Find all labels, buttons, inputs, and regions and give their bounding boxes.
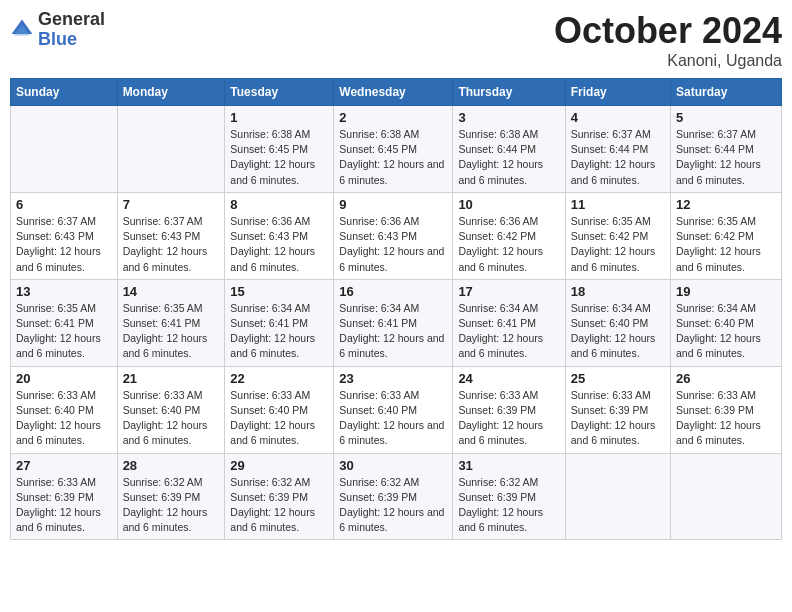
header-thursday: Thursday <box>453 79 565 106</box>
page-title: October 2024 <box>554 10 782 52</box>
day-detail: Sunrise: 6:36 AM Sunset: 6:43 PM Dayligh… <box>339 214 447 275</box>
calendar-cell: 14Sunrise: 6:35 AM Sunset: 6:41 PM Dayli… <box>117 279 225 366</box>
calendar-week-2: 6Sunrise: 6:37 AM Sunset: 6:43 PM Daylig… <box>11 192 782 279</box>
calendar-cell: 31Sunrise: 6:32 AM Sunset: 6:39 PM Dayli… <box>453 453 565 540</box>
calendar-cell: 17Sunrise: 6:34 AM Sunset: 6:41 PM Dayli… <box>453 279 565 366</box>
day-number: 3 <box>458 110 559 125</box>
day-number: 16 <box>339 284 447 299</box>
day-detail: Sunrise: 6:34 AM Sunset: 6:41 PM Dayligh… <box>458 301 559 362</box>
day-detail: Sunrise: 6:32 AM Sunset: 6:39 PM Dayligh… <box>123 475 220 536</box>
day-number: 20 <box>16 371 112 386</box>
day-number: 10 <box>458 197 559 212</box>
day-number: 13 <box>16 284 112 299</box>
day-number: 31 <box>458 458 559 473</box>
day-detail: Sunrise: 6:33 AM Sunset: 6:40 PM Dayligh… <box>230 388 328 449</box>
day-detail: Sunrise: 6:34 AM Sunset: 6:41 PM Dayligh… <box>339 301 447 362</box>
header-monday: Monday <box>117 79 225 106</box>
day-detail: Sunrise: 6:33 AM Sunset: 6:40 PM Dayligh… <box>339 388 447 449</box>
day-number: 19 <box>676 284 776 299</box>
calendar-cell: 7Sunrise: 6:37 AM Sunset: 6:43 PM Daylig… <box>117 192 225 279</box>
day-detail: Sunrise: 6:34 AM Sunset: 6:40 PM Dayligh… <box>676 301 776 362</box>
day-number: 25 <box>571 371 665 386</box>
day-number: 29 <box>230 458 328 473</box>
day-number: 24 <box>458 371 559 386</box>
day-detail: Sunrise: 6:33 AM Sunset: 6:39 PM Dayligh… <box>676 388 776 449</box>
calendar-cell: 29Sunrise: 6:32 AM Sunset: 6:39 PM Dayli… <box>225 453 334 540</box>
day-detail: Sunrise: 6:32 AM Sunset: 6:39 PM Dayligh… <box>339 475 447 536</box>
day-detail: Sunrise: 6:38 AM Sunset: 6:44 PM Dayligh… <box>458 127 559 188</box>
calendar-cell: 25Sunrise: 6:33 AM Sunset: 6:39 PM Dayli… <box>565 366 670 453</box>
calendar-cell: 10Sunrise: 6:36 AM Sunset: 6:42 PM Dayli… <box>453 192 565 279</box>
day-detail: Sunrise: 6:32 AM Sunset: 6:39 PM Dayligh… <box>458 475 559 536</box>
calendar-cell <box>117 106 225 193</box>
calendar-cell: 21Sunrise: 6:33 AM Sunset: 6:40 PM Dayli… <box>117 366 225 453</box>
calendar-cell <box>671 453 782 540</box>
header-tuesday: Tuesday <box>225 79 334 106</box>
calendar-week-1: 1Sunrise: 6:38 AM Sunset: 6:45 PM Daylig… <box>11 106 782 193</box>
calendar-cell: 26Sunrise: 6:33 AM Sunset: 6:39 PM Dayli… <box>671 366 782 453</box>
day-detail: Sunrise: 6:35 AM Sunset: 6:41 PM Dayligh… <box>16 301 112 362</box>
day-detail: Sunrise: 6:33 AM Sunset: 6:39 PM Dayligh… <box>16 475 112 536</box>
day-detail: Sunrise: 6:33 AM Sunset: 6:39 PM Dayligh… <box>458 388 559 449</box>
calendar-cell: 22Sunrise: 6:33 AM Sunset: 6:40 PM Dayli… <box>225 366 334 453</box>
day-detail: Sunrise: 6:32 AM Sunset: 6:39 PM Dayligh… <box>230 475 328 536</box>
day-number: 21 <box>123 371 220 386</box>
day-number: 14 <box>123 284 220 299</box>
day-detail: Sunrise: 6:35 AM Sunset: 6:42 PM Dayligh… <box>676 214 776 275</box>
day-detail: Sunrise: 6:34 AM Sunset: 6:41 PM Dayligh… <box>230 301 328 362</box>
calendar-cell: 3Sunrise: 6:38 AM Sunset: 6:44 PM Daylig… <box>453 106 565 193</box>
day-detail: Sunrise: 6:35 AM Sunset: 6:42 PM Dayligh… <box>571 214 665 275</box>
calendar-cell: 24Sunrise: 6:33 AM Sunset: 6:39 PM Dayli… <box>453 366 565 453</box>
logo-general: General <box>38 10 105 30</box>
calendar-cell: 11Sunrise: 6:35 AM Sunset: 6:42 PM Dayli… <box>565 192 670 279</box>
calendar-week-5: 27Sunrise: 6:33 AM Sunset: 6:39 PM Dayli… <box>11 453 782 540</box>
calendar-cell <box>565 453 670 540</box>
calendar-cell: 19Sunrise: 6:34 AM Sunset: 6:40 PM Dayli… <box>671 279 782 366</box>
calendar-cell: 30Sunrise: 6:32 AM Sunset: 6:39 PM Dayli… <box>334 453 453 540</box>
calendar-cell <box>11 106 118 193</box>
day-number: 17 <box>458 284 559 299</box>
day-number: 1 <box>230 110 328 125</box>
day-number: 2 <box>339 110 447 125</box>
calendar-week-4: 20Sunrise: 6:33 AM Sunset: 6:40 PM Dayli… <box>11 366 782 453</box>
calendar-cell: 23Sunrise: 6:33 AM Sunset: 6:40 PM Dayli… <box>334 366 453 453</box>
calendar-cell: 2Sunrise: 6:38 AM Sunset: 6:45 PM Daylig… <box>334 106 453 193</box>
calendar-cell: 6Sunrise: 6:37 AM Sunset: 6:43 PM Daylig… <box>11 192 118 279</box>
day-number: 22 <box>230 371 328 386</box>
page-subtitle: Kanoni, Uganda <box>554 52 782 70</box>
day-detail: Sunrise: 6:35 AM Sunset: 6:41 PM Dayligh… <box>123 301 220 362</box>
logo: General Blue <box>10 10 105 50</box>
calendar-header-row: SundayMondayTuesdayWednesdayThursdayFrid… <box>11 79 782 106</box>
calendar-cell: 13Sunrise: 6:35 AM Sunset: 6:41 PM Dayli… <box>11 279 118 366</box>
calendar-cell: 15Sunrise: 6:34 AM Sunset: 6:41 PM Dayli… <box>225 279 334 366</box>
day-detail: Sunrise: 6:37 AM Sunset: 6:44 PM Dayligh… <box>571 127 665 188</box>
day-number: 9 <box>339 197 447 212</box>
day-detail: Sunrise: 6:33 AM Sunset: 6:40 PM Dayligh… <box>123 388 220 449</box>
calendar-cell: 20Sunrise: 6:33 AM Sunset: 6:40 PM Dayli… <box>11 366 118 453</box>
calendar-cell: 8Sunrise: 6:36 AM Sunset: 6:43 PM Daylig… <box>225 192 334 279</box>
header-wednesday: Wednesday <box>334 79 453 106</box>
day-detail: Sunrise: 6:37 AM Sunset: 6:44 PM Dayligh… <box>676 127 776 188</box>
calendar-cell: 5Sunrise: 6:37 AM Sunset: 6:44 PM Daylig… <box>671 106 782 193</box>
day-number: 4 <box>571 110 665 125</box>
header-friday: Friday <box>565 79 670 106</box>
calendar-cell: 28Sunrise: 6:32 AM Sunset: 6:39 PM Dayli… <box>117 453 225 540</box>
header-saturday: Saturday <box>671 79 782 106</box>
day-detail: Sunrise: 6:37 AM Sunset: 6:43 PM Dayligh… <box>16 214 112 275</box>
logo-icon <box>10 18 34 42</box>
day-number: 5 <box>676 110 776 125</box>
day-detail: Sunrise: 6:36 AM Sunset: 6:43 PM Dayligh… <box>230 214 328 275</box>
calendar-cell: 1Sunrise: 6:38 AM Sunset: 6:45 PM Daylig… <box>225 106 334 193</box>
day-number: 6 <box>16 197 112 212</box>
day-number: 26 <box>676 371 776 386</box>
logo-text: General Blue <box>38 10 105 50</box>
day-number: 27 <box>16 458 112 473</box>
day-number: 12 <box>676 197 776 212</box>
day-detail: Sunrise: 6:34 AM Sunset: 6:40 PM Dayligh… <box>571 301 665 362</box>
calendar-cell: 27Sunrise: 6:33 AM Sunset: 6:39 PM Dayli… <box>11 453 118 540</box>
day-number: 18 <box>571 284 665 299</box>
day-number: 23 <box>339 371 447 386</box>
calendar-cell: 12Sunrise: 6:35 AM Sunset: 6:42 PM Dayli… <box>671 192 782 279</box>
page-header: General Blue October 2024 Kanoni, Uganda <box>10 10 782 70</box>
day-detail: Sunrise: 6:38 AM Sunset: 6:45 PM Dayligh… <box>230 127 328 188</box>
